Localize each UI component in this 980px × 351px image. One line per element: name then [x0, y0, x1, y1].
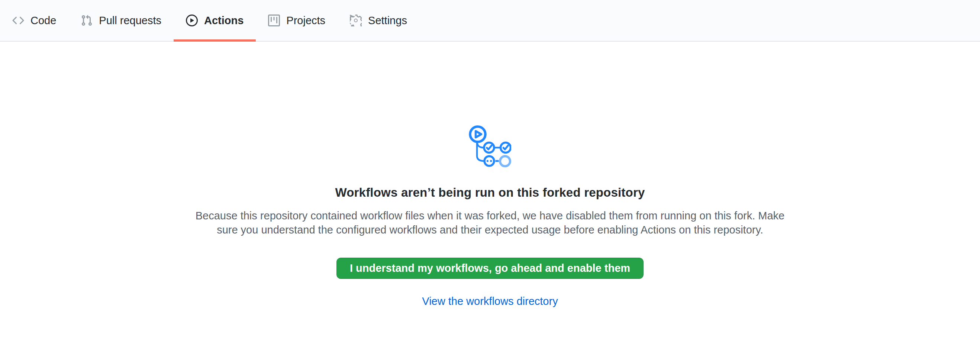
blankslate-description: Because this repository contained workfl…	[187, 209, 793, 237]
view-workflows-directory-link[interactable]: View the workflows directory	[422, 295, 558, 307]
enable-workflows-button[interactable]: I understand my workflows, go ahead and …	[336, 258, 644, 279]
tab-actions[interactable]: Actions	[173, 0, 256, 41]
active-tab-underline	[173, 40, 256, 42]
code-icon	[12, 14, 24, 26]
tab-pull-requests-label: Pull requests	[99, 14, 161, 27]
tab-code[interactable]: Code	[0, 0, 68, 41]
enable-button-row: I understand my workflows, go ahead and …	[0, 237, 980, 279]
project-icon	[268, 14, 280, 26]
tab-settings[interactable]: Settings	[337, 0, 419, 41]
blankslate-heading: Workflows aren’t being run on this forke…	[0, 186, 980, 200]
gear-icon	[350, 14, 362, 26]
git-pull-request-icon	[81, 14, 92, 26]
tab-projects-label: Projects	[286, 14, 325, 27]
tab-pull-requests[interactable]: Pull requests	[68, 0, 173, 41]
tab-actions-label: Actions	[204, 14, 243, 27]
repo-tab-nav: Code Pull requests Actions Projects	[0, 0, 980, 42]
workflows-link-row: View the workflows directory	[0, 295, 980, 308]
play-icon	[186, 14, 198, 26]
actions-disabled-blankslate: Workflows aren’t being run on this forke…	[0, 42, 980, 308]
workflow-graph-icon	[0, 125, 980, 168]
tab-code-label: Code	[30, 14, 56, 27]
tab-settings-label: Settings	[368, 14, 407, 27]
github-repo-actions-page: Code Pull requests Actions Projects	[0, 0, 980, 351]
tab-projects[interactable]: Projects	[256, 0, 337, 41]
